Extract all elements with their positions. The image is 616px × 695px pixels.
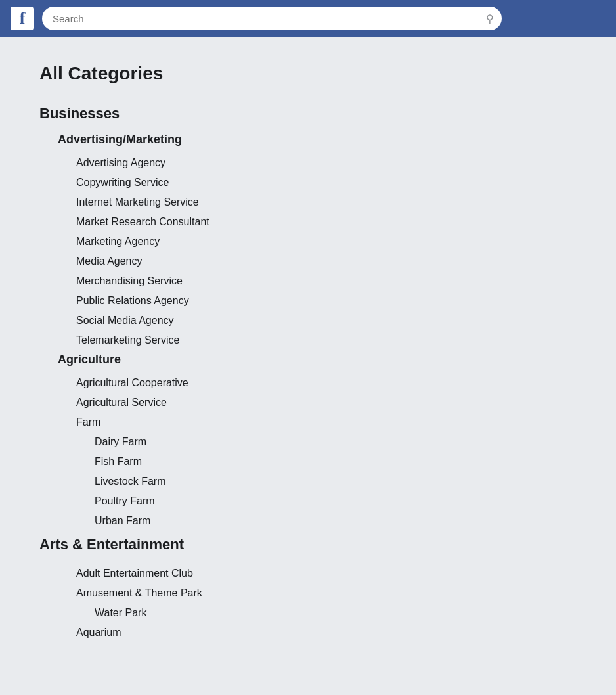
list-item[interactable]: Marketing Agency <box>39 232 577 252</box>
list-item[interactable]: Agricultural Service <box>39 393 577 413</box>
section-businesses: Businesses Advertising/Marketing Adverti… <box>39 105 577 531</box>
list-item[interactable]: Merchandising Service <box>39 271 577 291</box>
list-item[interactable]: Public Relations Agency <box>39 291 577 311</box>
main-content: All Categories Businesses Advertising/Ma… <box>0 37 616 682</box>
navbar: f ⚲ <box>0 0 616 37</box>
list-item[interactable]: Market Research Consultant <box>39 212 577 232</box>
section-heading-arts-entertainment: Arts & Entertainment <box>39 536 577 553</box>
list-item[interactable]: Social Media Agency <box>39 311 577 330</box>
section-heading-businesses: Businesses <box>39 105 577 122</box>
list-item[interactable]: Agricultural Cooperative <box>39 373 577 393</box>
facebook-logo[interactable]: f <box>11 7 34 30</box>
category-agriculture: Agriculture Agricultural Cooperative Agr… <box>39 353 577 531</box>
list-item[interactable]: Fish Farm <box>39 452 577 472</box>
search-icon: ⚲ <box>486 12 494 25</box>
list-item[interactable]: Urban Farm <box>39 511 577 531</box>
search-input[interactable] <box>53 13 486 24</box>
list-item[interactable]: Advertising Agency <box>39 153 577 173</box>
section-arts-entertainment: Arts & Entertainment Adult Entertainment… <box>39 536 577 642</box>
list-item[interactable]: Internet Marketing Service <box>39 192 577 212</box>
list-item[interactable]: Copywriting Service <box>39 173 577 192</box>
list-item[interactable]: Livestock Farm <box>39 472 577 491</box>
category-heading-advertising-marketing: Advertising/Marketing <box>39 133 577 146</box>
category-advertising-marketing: Advertising/Marketing Advertising Agency… <box>39 133 577 350</box>
list-item[interactable]: Poultry Farm <box>39 491 577 511</box>
list-item[interactable]: Telemarketing Service <box>39 330 577 350</box>
list-item[interactable]: Dairy Farm <box>39 432 577 452</box>
facebook-logo-letter: f <box>20 10 26 27</box>
list-item[interactable]: Adult Entertainment Club <box>39 564 577 583</box>
category-heading-agriculture: Agriculture <box>39 353 577 367</box>
list-item[interactable]: Amusement & Theme Park <box>39 583 577 603</box>
search-bar[interactable]: ⚲ <box>42 7 502 30</box>
list-item[interactable]: Water Park <box>39 603 577 623</box>
subcategory-heading-farm: Farm <box>39 413 577 432</box>
list-item[interactable]: Media Agency <box>39 252 577 271</box>
page-title: All Categories <box>39 63 577 84</box>
list-item[interactable]: Aquarium <box>39 623 577 642</box>
